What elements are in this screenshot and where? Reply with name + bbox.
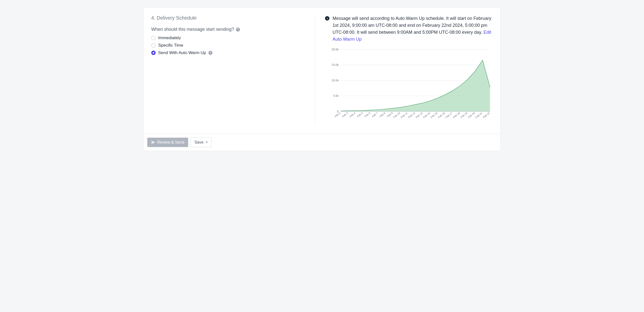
info-box: i Message will send according to Auto Wa… <box>325 15 493 43</box>
svg-text:Feb 11: Feb 11 <box>400 112 408 119</box>
info-text: Message will send according to Auto Warm… <box>332 15 493 43</box>
svg-text:Feb 15: Feb 15 <box>430 112 438 119</box>
info-icon: i <box>325 16 330 21</box>
radio-circle <box>151 51 156 55</box>
svg-text:Feb 14: Feb 14 <box>423 112 431 119</box>
svg-text:Feb 13: Feb 13 <box>415 112 424 119</box>
radio-option-1[interactable]: Specific Time <box>151 43 310 48</box>
help-icon[interactable]: ? <box>236 28 240 32</box>
help-icon[interactable]: ? <box>208 51 212 55</box>
radio-option-2[interactable]: Send With Auto Warm Up? <box>151 50 310 55</box>
radio-label: Send With Auto Warm Up <box>158 50 206 55</box>
svg-text:10.0k: 10.0k <box>332 79 339 82</box>
warmup-chart: 05.0k10.0k15.0k20.0kFeb 2Feb 3Feb 4Feb 5… <box>325 47 493 124</box>
save-button-label: Save <box>194 140 203 145</box>
question-row: When should this message start sending? … <box>151 27 310 32</box>
svg-text:Feb 21: Feb 21 <box>475 112 483 119</box>
chevron-down-icon <box>206 142 208 143</box>
svg-text:Feb 7: Feb 7 <box>372 112 378 118</box>
svg-text:Feb 9: Feb 9 <box>386 112 394 118</box>
svg-text:Feb 10: Feb 10 <box>393 112 401 119</box>
schedule-radio-group: ImmediatelySpecific TimeSend With Auto W… <box>151 36 310 55</box>
schedule-preview-panel: i Message will send according to Auto Wa… <box>320 15 493 124</box>
options-panel: 4. Delivery Schedule When should this me… <box>151 15 315 124</box>
svg-text:Feb 22: Feb 22 <box>482 112 490 119</box>
svg-text:Feb 3: Feb 3 <box>342 112 348 118</box>
save-button[interactable]: Save <box>190 137 212 147</box>
footer-bar: Review & Send Save <box>144 134 500 151</box>
svg-text:Feb 4: Feb 4 <box>349 112 356 118</box>
delivery-schedule-card: 4. Delivery Schedule When should this me… <box>144 8 500 134</box>
svg-text:Feb 6: Feb 6 <box>364 112 371 118</box>
section-title: 4. Delivery Schedule <box>151 15 310 21</box>
question-label: When should this message start sending? <box>151 27 234 32</box>
review-and-send-button[interactable]: Review & Send <box>147 138 188 147</box>
review-button-label: Review & Send <box>157 140 184 145</box>
radio-label: Specific Time <box>158 43 183 48</box>
radio-label: Immediately <box>158 36 181 41</box>
svg-text:Feb 17: Feb 17 <box>445 112 454 119</box>
svg-text:Feb 12: Feb 12 <box>408 112 416 119</box>
svg-text:Feb 20: Feb 20 <box>468 112 476 119</box>
radio-circle <box>151 36 156 40</box>
svg-text:Feb 16: Feb 16 <box>438 112 446 119</box>
svg-text:20.0k: 20.0k <box>332 48 339 51</box>
svg-text:Feb 5: Feb 5 <box>357 112 364 118</box>
paper-plane-icon <box>151 140 155 144</box>
svg-text:15.0k: 15.0k <box>332 63 339 66</box>
chart-svg: 05.0k10.0k15.0k20.0kFeb 2Feb 3Feb 4Feb 5… <box>325 47 493 124</box>
svg-text:Feb 19: Feb 19 <box>460 112 468 119</box>
svg-text:5.0k: 5.0k <box>333 94 338 97</box>
radio-circle <box>151 43 156 48</box>
radio-option-0[interactable]: Immediately <box>151 36 310 41</box>
svg-text:Feb 18: Feb 18 <box>453 112 461 119</box>
svg-text:Feb 8: Feb 8 <box>379 112 386 118</box>
info-text-body: Message will send according to Auto Warm… <box>332 16 491 35</box>
